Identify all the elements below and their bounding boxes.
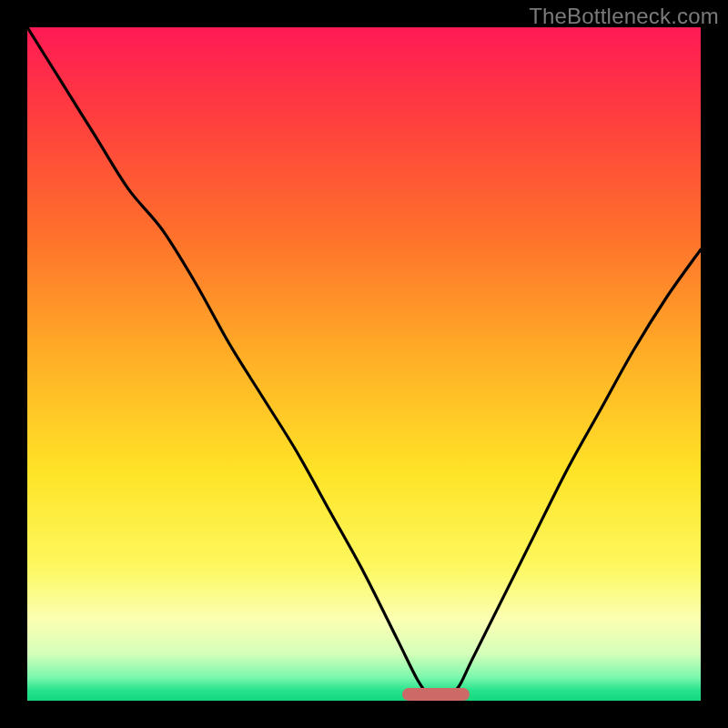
- watermark-text: TheBottleneck.com: [529, 4, 719, 29]
- bottleneck-curve: [27, 27, 701, 701]
- chart-frame: TheBottleneck.com: [0, 0, 728, 728]
- optimal-range-marker: [402, 688, 470, 701]
- plot-area: [27, 27, 701, 701]
